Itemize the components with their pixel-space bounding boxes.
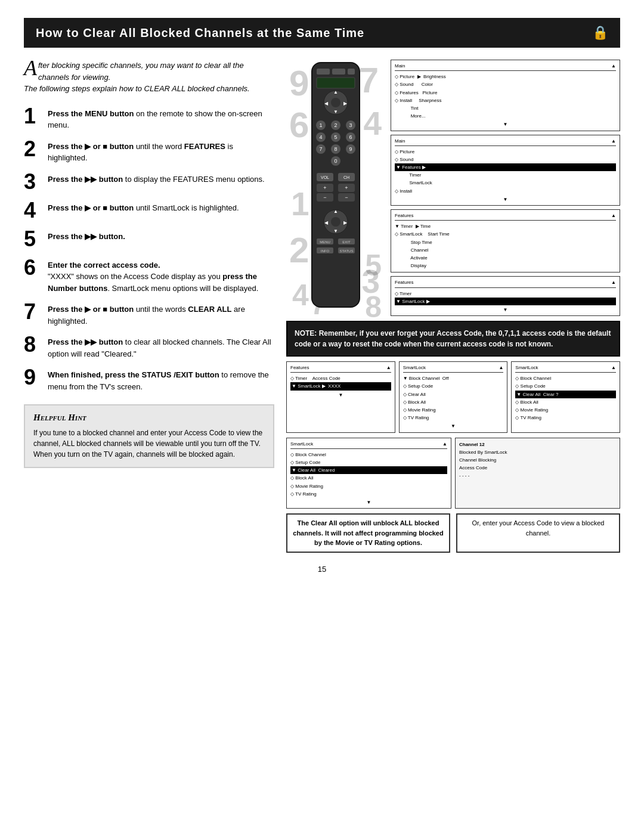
step-1: 1 Press the MENU button on the remote to… xyxy=(24,106,274,131)
step-number-5: 5 xyxy=(24,228,42,250)
svg-rect-3 xyxy=(348,69,355,75)
intro-subtitle: The following steps explain how to CLEAR… xyxy=(24,84,250,93)
page-number: 15 xyxy=(24,565,620,574)
svg-text:▲: ▲ xyxy=(333,209,338,214)
page-title-bar: How to Clear All Blocked Channels at the… xyxy=(24,18,620,48)
svg-text:0: 0 xyxy=(334,158,337,164)
drop-cap: A xyxy=(24,60,37,77)
svg-rect-2 xyxy=(332,69,345,75)
svg-text:◀: ◀ xyxy=(324,220,329,225)
svg-text:▶: ▶ xyxy=(343,101,348,106)
step-2: 2 Press the ▶ or ■ button until the word… xyxy=(24,138,274,164)
page-title: How to Clear All Blocked Channels at the… xyxy=(36,26,364,40)
note-box: NOTE: Remember, if you ever forget your … xyxy=(286,321,620,357)
step-6: 6 Enter the correct access code. "XXXX" … xyxy=(24,257,274,295)
svg-text:8: 8 xyxy=(334,146,337,152)
helpful-hint-text: If you tune to a blocked channel and ent… xyxy=(33,428,265,460)
svg-text:▶: ▶ xyxy=(343,220,348,225)
screen-smartlock-menu: SmartLock▲ ▼ Block Channel Off ◇ Setup C… xyxy=(399,361,508,433)
helpful-hint-title: Helpful Hint xyxy=(33,413,265,423)
step-5: 5 Press the ▶▶ button. xyxy=(24,228,274,250)
steps-list: 1 Press the MENU button on the remote to… xyxy=(24,106,274,393)
svg-text:INFO: INFO xyxy=(320,249,329,253)
step-9: 9 When finished, press the STATUS /EXIT … xyxy=(24,367,274,392)
svg-text:5: 5 xyxy=(334,134,337,140)
helpful-hint-box: Helpful Hint If you tune to a blocked ch… xyxy=(24,404,274,468)
lock-icon: 🔒 xyxy=(592,25,608,41)
screen-main-1: Main▲ ◇ Picture ▶ Brightness ◇ Sound Col… xyxy=(391,60,620,131)
svg-text:+: + xyxy=(323,185,326,191)
caption-access-code: Or, enter your Access Code to view a blo… xyxy=(456,513,620,553)
top-area: 9 6 7 4 1 2 3 4 5 7 8 xyxy=(286,60,620,316)
svg-rect-1 xyxy=(317,69,330,75)
screen-clear-all-confirm: SmartLock▲ ◇ Block Channel ◇ Setup Code … xyxy=(511,361,620,433)
bottom-captions: The Clear All option will unblock ALL bl… xyxy=(286,513,620,553)
step-number-9: 9 xyxy=(24,367,42,388)
step-text-6: Enter the correct access code. "XXXX" sh… xyxy=(48,257,274,295)
step-number-4: 4 xyxy=(24,200,42,221)
step-3: 3 Press the ▶▶ button to display the FEA… xyxy=(24,171,274,193)
svg-text:9: 9 xyxy=(349,146,352,152)
svg-point-47 xyxy=(331,217,340,227)
svg-text:6: 6 xyxy=(349,134,352,140)
svg-text:MENU: MENU xyxy=(320,240,330,244)
step-number-6: 6 xyxy=(24,257,42,278)
caption-clear-all: The Clear All option will unblock ALL bl… xyxy=(286,513,450,553)
left-column: A fter blocking specific channels, you m… xyxy=(24,60,274,553)
main-content: A fter blocking specific channels, you m… xyxy=(24,60,620,553)
svg-text:VOL: VOL xyxy=(320,175,329,179)
svg-text:▼: ▼ xyxy=(333,228,338,234)
step-8: 8 Press the ▶▶ button to clear all block… xyxy=(24,334,274,360)
svg-text:▲: ▲ xyxy=(333,89,338,95)
step-text-4: Press the ▶ or ■ button until SmartLock … xyxy=(48,200,239,214)
svg-text:7: 7 xyxy=(319,146,322,152)
svg-text:2: 2 xyxy=(334,122,337,128)
step-text-9: When finished, press the STATUS /EXIT bu… xyxy=(48,367,274,392)
screen-cleared: SmartLock▲ ◇ Block Channel ◇ Setup Code … xyxy=(286,438,451,509)
svg-text:▼: ▼ xyxy=(333,109,338,114)
step-7: 7 Press the ▶ or ■ button until the word… xyxy=(24,301,274,327)
svg-text:3: 3 xyxy=(349,122,352,128)
svg-text:EXIT: EXIT xyxy=(342,240,351,244)
step-text-7: Press the ▶ or ■ button until the words … xyxy=(48,301,274,327)
step-number-2: 2 xyxy=(24,138,42,160)
step-number-8: 8 xyxy=(24,334,42,355)
svg-text:4: 4 xyxy=(319,134,322,140)
remote-area: 9 6 7 4 1 2 3 4 5 7 8 xyxy=(286,60,385,316)
step-text-5: Press the ▶▶ button. xyxy=(48,228,125,243)
step-number-7: 7 xyxy=(24,301,42,323)
screens-stack: Main▲ ◇ Picture ▶ Brightness ◇ Sound Col… xyxy=(391,60,620,316)
svg-rect-4 xyxy=(317,78,355,88)
bottom-screens-row: SmartLock▲ ◇ Block Channel ◇ Setup Code … xyxy=(286,438,620,509)
middle-screens-row: Features▲ ◇ Timer Access Code ▼ SmartLoc… xyxy=(286,361,620,433)
svg-text:1: 1 xyxy=(319,122,322,128)
svg-text:−: − xyxy=(345,194,348,200)
remote-svg: ▲ ▼ ◀ ▶ 1 2 3 1 2 3 4 xyxy=(300,60,371,310)
step-text-8: Press the ▶▶ button to clear all blocked… xyxy=(48,334,274,360)
screen-features-smartlock: Features▲ ◇ Timer ▼ SmartLock ▶ ▼ xyxy=(391,276,620,316)
svg-text:STATUS: STATUS xyxy=(339,249,353,253)
screen-access-code: Features▲ ◇ Timer Access Code ▼ SmartLoc… xyxy=(286,361,395,433)
step-text-2: Press the ▶ or ■ button until the word F… xyxy=(48,138,274,164)
step-number-3: 3 xyxy=(24,171,42,193)
intro-body: fter blocking specific channels, you may… xyxy=(38,61,244,82)
svg-text:◀: ◀ xyxy=(324,101,329,106)
svg-text:+: + xyxy=(345,185,348,191)
intro-text: A fter blocking specific channels, you m… xyxy=(24,60,274,95)
screen-channel-blocked: Channel 12 Blocked By SmartLock Channel … xyxy=(455,438,620,509)
screen-features-timer: Features▲ ▼ Timer ▶ Time ◇ SmartLock Sta… xyxy=(391,209,620,272)
svg-text:CH: CH xyxy=(343,175,349,179)
svg-text:−: − xyxy=(323,194,326,200)
step-number-1: 1 xyxy=(24,106,42,127)
right-column: 9 6 7 4 1 2 3 4 5 7 8 xyxy=(286,60,620,553)
step-4: 4 Press the ▶ or ■ button until SmartLoc… xyxy=(24,200,274,221)
svg-point-6 xyxy=(331,98,340,107)
step-text-1: Press the MENU button on the remote to s… xyxy=(48,106,274,131)
screen-main-2: Main▲ ◇ Picture ◇ Sound ▼ Features ▶ Tim… xyxy=(391,135,620,206)
step-text-3: Press the ▶▶ button to display the FEATU… xyxy=(48,171,265,185)
